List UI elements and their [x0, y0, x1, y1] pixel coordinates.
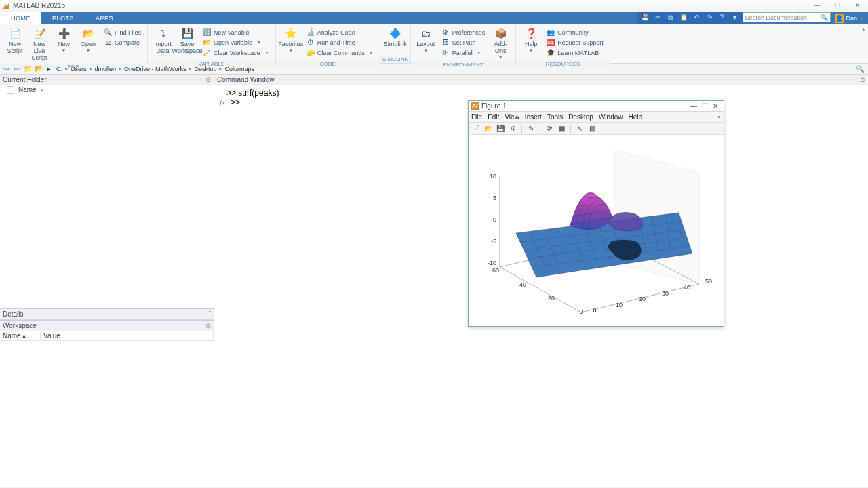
svg-text:0: 0 [493, 216, 496, 223]
save-workspace-button[interactable]: 💾Save Workspace [175, 26, 199, 55]
minimize-toolstrip-button[interactable]: ▴ [859, 24, 868, 63]
back-button[interactable]: ⇦ [1, 65, 11, 73]
save-figure-icon[interactable]: 💾 [496, 124, 505, 134]
search-path-icon[interactable]: 🔍 [853, 65, 867, 73]
details-expand-icon[interactable]: ˆ [209, 310, 211, 318]
figure-window[interactable]: Figure 1 — ☐ ✕ File Edit View Insert Too… [468, 100, 724, 327]
learn-matlab-button[interactable]: 🎓Learn MATLAB [545, 47, 606, 58]
figure-maximize-button[interactable]: ☐ [699, 102, 710, 110]
tab-home[interactable]: HOME [0, 12, 41, 24]
open-button[interactable]: 📂Open▼ [76, 26, 100, 54]
analyze-icon: 🔬 [307, 28, 315, 37]
parallel-button[interactable]: ⊪Parallel▼ [439, 47, 488, 58]
open-variable-button[interactable]: 📂Open Variable▼ [201, 37, 271, 47]
figure-close-button[interactable]: ✕ [710, 102, 721, 110]
breadcrumb-seg[interactable]: Users [68, 66, 90, 73]
compare-button[interactable]: ⚖Compare [102, 37, 143, 47]
minimize-button[interactable]: — [813, 2, 821, 10]
new-button[interactable]: ➕New▼ [52, 26, 76, 54]
figure-menu-more-icon[interactable]: » [718, 114, 721, 120]
tab-plots[interactable]: PLOTS [41, 12, 85, 24]
tab-apps[interactable]: APPS [85, 12, 124, 24]
copy-icon[interactable]: ⧉ [666, 14, 675, 23]
figure-menu-edit[interactable]: Edit [488, 113, 499, 121]
open-figure-icon[interactable]: 📂 [484, 124, 493, 134]
details-header[interactable]: Details ˆ [0, 309, 214, 320]
breadcrumb[interactable]: ▸ C:▸ Users▸ dmullen▸ OneDrive - MathWor… [45, 66, 257, 73]
analyze-code-button[interactable]: 🔬Analyze Code [304, 27, 376, 37]
svg-text:0: 0 [579, 308, 583, 315]
svg-text:30: 30 [662, 290, 669, 297]
breadcrumb-root-icon[interactable]: ▸ [45, 66, 54, 73]
browse-folder-button[interactable]: 📂 [34, 65, 43, 73]
save-icon[interactable]: 💾 [640, 14, 650, 23]
clear-commands-button[interactable]: 🧽Clear Commands▼ [304, 47, 376, 58]
workspace-column-header[interactable]: Name ▴ Value [0, 331, 214, 341]
current-folder-actions-icon[interactable]: ⊙ [205, 76, 211, 83]
new-live-script-button[interactable]: 📝New Live Script [27, 26, 52, 62]
command-window-actions-icon[interactable]: ⊙ [860, 76, 865, 83]
breadcrumb-seg[interactable]: Desktop [191, 66, 219, 73]
new-script-button[interactable]: 📄New Script [3, 26, 27, 55]
community-button[interactable]: 👥Community [545, 27, 606, 37]
pointer-icon[interactable]: ↖ [575, 124, 585, 134]
command-window-header[interactable]: Command Window ⊙ [214, 75, 868, 85]
workspace-header[interactable]: Workspace ⊙ [0, 321, 214, 331]
user-menu[interactable]: 👤 Dan ▼ [831, 12, 868, 24]
breadcrumb-seg[interactable]: dmullen [92, 66, 119, 73]
new-variable-button[interactable]: 🔢New Variable [201, 27, 271, 37]
breadcrumb-seg[interactable]: Colormaps [222, 66, 257, 73]
simulink-button[interactable]: 🔷Simulink [383, 26, 408, 48]
current-folder-header[interactable]: Current Folder ⊙ [0, 75, 214, 85]
set-path-button[interactable]: 🛤Set Path [439, 37, 488, 47]
current-folder-body[interactable]: Name ▴ [0, 85, 214, 308]
layout-button[interactable]: 🗂Layout▼ [414, 26, 438, 54]
up-folder-button[interactable]: 📁 [23, 65, 33, 73]
workspace-actions-icon[interactable]: ⊙ [205, 322, 211, 329]
breadcrumb-seg[interactable]: OneDrive - MathWorks [121, 66, 189, 73]
figure-minimize-button[interactable]: — [688, 102, 699, 110]
figure-titlebar[interactable]: Figure 1 — ☐ ✕ [469, 101, 724, 112]
rotate-icon[interactable]: ⟳ [545, 124, 554, 134]
print-figure-icon[interactable]: 🖨 [508, 124, 517, 134]
forward-button[interactable]: ⇨ [12, 65, 22, 73]
figure-menu-desktop[interactable]: Desktop [568, 113, 593, 121]
toggle-toolstrip-icon[interactable]: ▾ [730, 14, 740, 23]
cut-icon[interactable]: ✂ [653, 14, 663, 23]
help-button[interactable]: ❓Help▼ [519, 26, 543, 54]
figure-toolbar: 📄 📂 💾 🖨 ✎ ⟳ ▦ ↖ ▤ [469, 123, 724, 135]
new-icon: ➕ [57, 27, 71, 41]
paste-icon[interactable]: 📋 [679, 14, 688, 23]
find-files-button[interactable]: 🔍Find Files [102, 27, 143, 37]
favorites-button[interactable]: ⭐Favorites▼ [279, 26, 303, 54]
fx-icon[interactable]: fx [220, 98, 231, 106]
preferences-button[interactable]: ⚙Preferences [439, 27, 488, 37]
close-button[interactable]: ✕ [854, 2, 862, 10]
figure-menu-insert[interactable]: Insert [525, 113, 542, 121]
help-tip-icon[interactable]: ? [717, 14, 727, 23]
insert-legend-icon[interactable]: ▤ [587, 124, 597, 134]
figure-axes[interactable]: 10 5 0 -5 -10 60 40 20 0 0 10 20 30 [469, 135, 724, 326]
workspace-body[interactable] [0, 341, 214, 487]
undo-icon[interactable]: ↶ [692, 14, 701, 23]
redo-icon[interactable]: ↷ [705, 14, 714, 23]
figure-menu-file[interactable]: File [471, 113, 482, 121]
addons-button[interactable]: 📦Add-Ons▼ [488, 26, 513, 60]
user-name: Dan [846, 15, 858, 22]
figure-menu-view[interactable]: View [505, 113, 519, 121]
figure-menu-tools[interactable]: Tools [547, 113, 563, 121]
current-folder-col-header[interactable]: Name ▴ [0, 85, 214, 94]
clear-workspace-button[interactable]: 🧹Clear Workspace▼ [201, 47, 271, 58]
maximize-button[interactable]: ☐ [833, 2, 842, 10]
ribbon-group-variable: ⤵Import Data 💾Save Workspace 🔢New Variab… [148, 24, 276, 63]
figure-menu-help[interactable]: Help [629, 113, 643, 121]
breadcrumb-seg[interactable]: C: [54, 66, 65, 73]
datatip-icon[interactable]: ▦ [557, 124, 566, 134]
edit-plot-icon[interactable]: ✎ [526, 124, 536, 134]
search-documentation-input[interactable]: Search Documentation 🔍 [743, 12, 831, 22]
run-and-time-button[interactable]: ⏱Run and Time [304, 37, 376, 47]
request-support-button[interactable]: 🆘Request Support [545, 37, 606, 47]
new-figure-icon[interactable]: 📄 [471, 124, 481, 134]
search-icon[interactable]: 🔍 [821, 14, 828, 21]
figure-menu-window[interactable]: Window [599, 113, 623, 121]
